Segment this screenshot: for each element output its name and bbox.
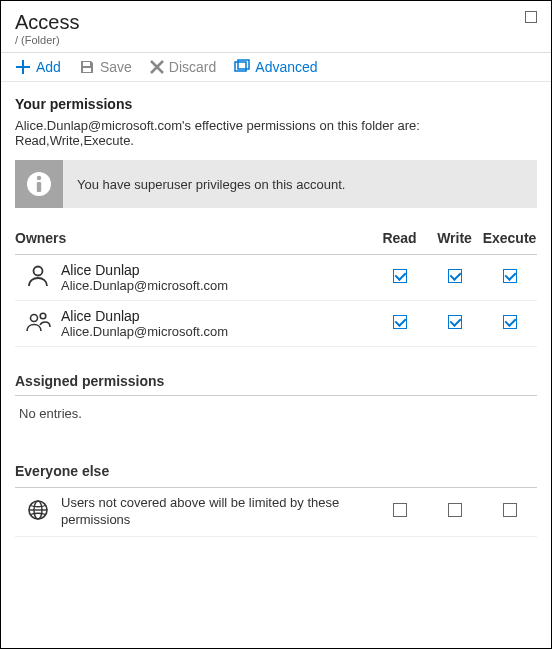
owners-title: Owners <box>15 226 372 255</box>
owner-email: Alice.Dunlap@microsoft.com <box>61 324 372 339</box>
svg-point-6 <box>31 315 38 322</box>
save-button[interactable]: Save <box>79 59 132 75</box>
col-read: Read <box>372 226 427 255</box>
write-checkbox[interactable] <box>448 315 462 329</box>
plus-icon <box>15 59 31 75</box>
write-checkbox[interactable] <box>448 503 462 517</box>
execute-checkbox[interactable] <box>503 315 517 329</box>
discard-icon <box>150 60 164 74</box>
owners-table: Owners Read Write Execute Alice Dunlap A… <box>15 226 537 347</box>
add-button[interactable]: Add <box>15 59 61 75</box>
execute-checkbox[interactable] <box>503 269 517 283</box>
discard-button[interactable]: Discard <box>150 59 216 75</box>
assigned-permissions-title: Assigned permissions <box>15 373 537 396</box>
breadcrumb: / (Folder) <box>15 34 537 46</box>
svg-rect-4 <box>37 182 41 192</box>
col-execute: Execute <box>482 226 537 255</box>
write-checkbox[interactable] <box>448 269 462 283</box>
advanced-icon <box>234 59 250 75</box>
info-icon <box>15 160 63 208</box>
table-row: Alice Dunlap Alice.Dunlap@microsoft.com <box>15 301 537 347</box>
save-label: Save <box>100 59 132 75</box>
table-row: Alice Dunlap Alice.Dunlap@microsoft.com <box>15 255 537 301</box>
table-row: Users not covered above will be limited … <box>15 488 537 537</box>
read-checkbox[interactable] <box>393 503 407 517</box>
owner-name: Alice Dunlap <box>61 262 372 278</box>
advanced-label: Advanced <box>255 59 317 75</box>
your-permissions-title: Your permissions <box>15 96 537 112</box>
owner-name: Alice Dunlap <box>61 308 372 324</box>
your-permissions-description: Alice.Dunlap@microsoft.com's effective p… <box>15 118 537 148</box>
execute-checkbox[interactable] <box>503 503 517 517</box>
everyone-message: Users not covered above will be limited … <box>61 495 372 529</box>
group-icon <box>15 301 61 347</box>
expand-icon[interactable] <box>525 11 537 23</box>
add-label: Add <box>36 59 61 75</box>
info-banner-text: You have superuser privileges on this ac… <box>63 160 537 208</box>
save-icon <box>79 59 95 75</box>
col-write: Write <box>427 226 482 255</box>
toolbar: Add Save Discard Advanced <box>1 52 551 82</box>
info-banner: You have superuser privileges on this ac… <box>15 160 537 208</box>
svg-point-7 <box>40 313 46 319</box>
read-checkbox[interactable] <box>393 315 407 329</box>
read-checkbox[interactable] <box>393 269 407 283</box>
discard-label: Discard <box>169 59 216 75</box>
svg-point-5 <box>34 267 43 276</box>
globe-icon <box>15 488 61 537</box>
everyone-table: Everyone else Users not covered above wi… <box>15 459 537 537</box>
page-title: Access <box>15 11 537 34</box>
everyone-else-title: Everyone else <box>15 459 372 488</box>
advanced-button[interactable]: Advanced <box>234 59 317 75</box>
svg-point-3 <box>37 176 41 180</box>
person-icon <box>15 255 61 301</box>
owner-email: Alice.Dunlap@microsoft.com <box>61 278 372 293</box>
no-entries-text: No entries. <box>15 396 537 431</box>
